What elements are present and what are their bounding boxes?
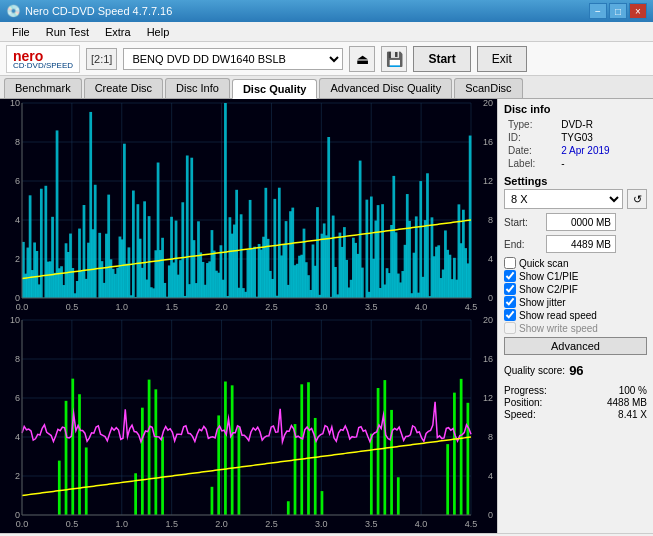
progress-section: Progress: 100 % Position: 4488 MB Speed:… [504, 384, 647, 421]
window-title: Nero CD-DVD Speed 4.7.7.16 [25, 5, 172, 17]
advanced-button[interactable]: Advanced [504, 337, 647, 355]
speed-value: 8.41 X [618, 409, 647, 420]
show-c1-row: Show C1/PIE [504, 270, 647, 282]
type-label: Type: [506, 119, 557, 130]
speed-label: Speed: [504, 409, 536, 420]
title-bar: 💿 Nero CD-DVD Speed 4.7.7.16 − □ × [0, 0, 653, 22]
chart1-canvas [0, 99, 497, 316]
main-content: Disc info Type: DVD-R ID: TYG03 Date: 2 … [0, 99, 653, 533]
save-icon[interactable]: 💾 [381, 46, 407, 72]
disc-info-table: Type: DVD-R ID: TYG03 Date: 2 Apr 2019 L… [504, 117, 647, 171]
maximize-button[interactable]: □ [609, 3, 627, 19]
settings-title: Settings [504, 175, 647, 187]
position-row: Position: 4488 MB [504, 397, 647, 408]
tab-advanced-disc-quality[interactable]: Advanced Disc Quality [319, 78, 452, 98]
date-label: Date: [506, 145, 557, 156]
id-label: ID: [506, 132, 557, 143]
disc-info-title: Disc info [504, 103, 647, 115]
chart2-canvas [0, 316, 497, 533]
show-jitter-row: Show jitter [504, 296, 647, 308]
chart-pif [0, 316, 497, 533]
show-c2-row: Show C2/PIF [504, 283, 647, 295]
tab-disc-quality[interactable]: Disc Quality [232, 79, 318, 99]
show-write-speed-label: Show write speed [519, 323, 598, 334]
minimize-button[interactable]: − [589, 3, 607, 19]
menu-extra[interactable]: Extra [97, 25, 139, 39]
quality-score-section: Quality score: 96 [504, 363, 647, 378]
settings-refresh-icon[interactable]: ↺ [627, 189, 647, 209]
settings-section: Settings 8 X ↺ Start: End: Quick scan [504, 175, 647, 355]
show-c2-checkbox[interactable] [504, 283, 516, 295]
show-c1-checkbox[interactable] [504, 270, 516, 282]
show-read-speed-row: Show read speed [504, 309, 647, 321]
show-jitter-label: Show jitter [519, 297, 566, 308]
menu-run-test[interactable]: Run Test [38, 25, 97, 39]
end-input[interactable] [546, 235, 616, 253]
position-label: Position: [504, 397, 542, 408]
chart-pie [0, 99, 497, 316]
logo: nero CD·DVD/SPEED [6, 45, 80, 73]
menu-file[interactable]: File [4, 25, 38, 39]
start-row: Start: [504, 213, 647, 231]
menu-help[interactable]: Help [139, 25, 178, 39]
window-controls: − □ × [589, 3, 647, 19]
menu-bar: File Run Test Extra Help [0, 22, 653, 42]
end-row: End: [504, 235, 647, 253]
type-value: DVD-R [559, 119, 645, 130]
id-value: TYG03 [559, 132, 645, 143]
tab-disc-info[interactable]: Disc Info [165, 78, 230, 98]
show-c1-label: Show C1/PIE [519, 271, 578, 282]
eject-icon[interactable]: ⏏ [349, 46, 375, 72]
exit-button[interactable]: Exit [477, 46, 527, 72]
progress-label: Progress: [504, 385, 547, 396]
right-panel: Disc info Type: DVD-R ID: TYG03 Date: 2 … [498, 99, 653, 533]
toolbar: nero CD·DVD/SPEED [2:1] BENQ DVD DD DW16… [0, 42, 653, 76]
speed-row: 8 X ↺ [504, 189, 647, 209]
tab-create-disc[interactable]: Create Disc [84, 78, 163, 98]
start-input[interactable] [546, 213, 616, 231]
show-write-speed-checkbox[interactable] [504, 322, 516, 334]
charts-area [0, 99, 498, 533]
start-label: Start: [504, 217, 542, 228]
show-jitter-checkbox[interactable] [504, 296, 516, 308]
drive-bay-label: [2:1] [86, 48, 117, 70]
drive-select[interactable]: BENQ DVD DD DW1640 BSLB [123, 48, 343, 70]
disc-info-section: Disc info Type: DVD-R ID: TYG03 Date: 2 … [504, 103, 647, 171]
quick-scan-row: Quick scan [504, 257, 647, 269]
disc-label-value: - [559, 158, 645, 169]
app-icon: 💿 [6, 4, 21, 18]
tab-benchmark[interactable]: Benchmark [4, 78, 82, 98]
start-button[interactable]: Start [413, 46, 470, 72]
show-read-speed-checkbox[interactable] [504, 309, 516, 321]
show-c2-label: Show C2/PIF [519, 284, 578, 295]
quick-scan-label: Quick scan [519, 258, 568, 269]
progress-value: 100 % [619, 385, 647, 396]
logo-sub: CD·DVD/SPEED [13, 61, 73, 70]
position-value: 4488 MB [607, 397, 647, 408]
quick-scan-checkbox[interactable] [504, 257, 516, 269]
quality-score-label: Quality score: [504, 365, 565, 376]
speed-select[interactable]: 8 X [504, 189, 623, 209]
disc-label-label: Label: [506, 158, 557, 169]
date-value: 2 Apr 2019 [559, 145, 645, 156]
show-read-speed-label: Show read speed [519, 310, 597, 321]
progress-row: Progress: 100 % [504, 385, 647, 396]
speed-row-quality: Speed: 8.41 X [504, 409, 647, 420]
show-write-speed-row: Show write speed [504, 322, 647, 334]
quality-score-value: 96 [569, 363, 583, 378]
end-label: End: [504, 239, 542, 250]
tab-bar: Benchmark Create Disc Disc Info Disc Qua… [0, 76, 653, 99]
close-button[interactable]: × [629, 3, 647, 19]
tab-scandisc[interactable]: ScanDisc [454, 78, 522, 98]
